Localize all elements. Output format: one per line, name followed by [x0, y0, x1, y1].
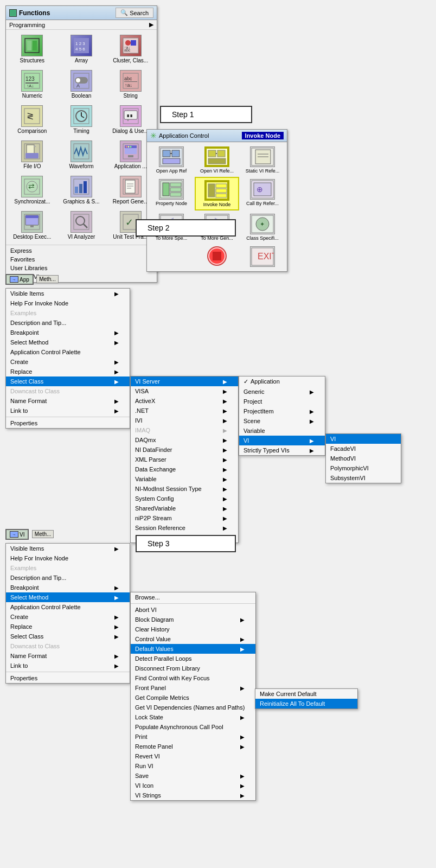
- cm3-select-method[interactable]: Select Method ▶: [6, 592, 130, 602]
- cm-properties[interactable]: Properties: [6, 418, 130, 428]
- sc-ni-datafinder[interactable]: NI DataFinder ▶: [131, 445, 238, 455]
- sc-ivi[interactable]: IVI ▶: [131, 416, 238, 425]
- cm3-breakpoint[interactable]: Breakpoint ▶: [6, 583, 130, 592]
- sm-get-compile[interactable]: Get Compile Metrics: [131, 693, 255, 703]
- vs-project[interactable]: Project: [239, 397, 325, 406]
- sm-control-value[interactable]: Control Value ▶: [131, 634, 255, 644]
- cm3-app-control-palette[interactable]: Application Control Palette: [6, 602, 130, 612]
- func-item-structures[interactable]: Structures: [8, 32, 56, 66]
- sm-vi-icon[interactable]: VI Icon ▶: [131, 781, 255, 790]
- func-item-sync[interactable]: ⇄ Synchronizat...: [8, 173, 56, 207]
- cm3-replace[interactable]: Replace ▶: [6, 622, 130, 631]
- cm-visible-items[interactable]: Visible Items ▶: [6, 289, 130, 298]
- sm-populate-async[interactable]: Populate Asynchronous Call Pool: [131, 722, 255, 732]
- sc-shared-variable[interactable]: SharedVariable ▶: [131, 503, 238, 513]
- cm-breakpoint[interactable]: Breakpoint ▶: [6, 328, 130, 337]
- func-item-waveform[interactable]: Waveform: [57, 138, 106, 172]
- func-item-graphics[interactable]: Graphics & S...: [57, 173, 106, 207]
- cm3-properties[interactable]: Properties: [6, 673, 130, 683]
- sm-vi-strings[interactable]: VI Strings ▶: [131, 790, 255, 800]
- vs-strictly-typed[interactable]: Strictly Typed VIs ▶: [239, 445, 325, 455]
- sc-daqmx[interactable]: DAQmx ▶: [131, 435, 238, 445]
- func-item-comparison[interactable]: ≷ Comparison: [8, 103, 56, 137]
- cm3-link-to[interactable]: Link to ▶: [6, 661, 130, 671]
- vs-variable[interactable]: Variable: [239, 426, 325, 436]
- cm-app-control-palette[interactable]: Application Control Palette: [6, 347, 130, 357]
- func-item-array[interactable]: 1 2 34 5 6 Array: [57, 32, 106, 66]
- ac-call-by-ref[interactable]: ⊕ Call By Refer...: [240, 177, 285, 210]
- sm-abort-vi[interactable]: Abort VI: [131, 605, 255, 615]
- vi-polymorphic[interactable]: PolymorphicVI: [326, 463, 401, 473]
- cm-name-format[interactable]: Name Format ▶: [6, 396, 130, 406]
- cm-description[interactable]: Description and Tip...: [6, 318, 130, 328]
- sc-ni-modinst[interactable]: NI-ModInst Session Type ▶: [131, 484, 238, 494]
- ac-open-vi-ref[interactable]: Open VI Refe...: [195, 144, 239, 176]
- dv-reinitialize[interactable]: Reinitialize All To Default: [255, 699, 357, 709]
- sc-visa[interactable]: VISA ▶: [131, 386, 238, 396]
- cm3-description[interactable]: Description and Tip...: [6, 573, 130, 583]
- sc-session-ref[interactable]: Session Reference ▶: [131, 523, 238, 533]
- sm-get-vi-dep[interactable]: Get VI Dependencies (Names and Paths): [131, 703, 255, 712]
- cm3-select-class[interactable]: Select Class ▶: [6, 631, 130, 641]
- func-item-timing[interactable]: Timing: [57, 103, 106, 137]
- sm-remote-panel[interactable]: Remote Panel ▶: [131, 742, 255, 751]
- cm3-create[interactable]: Create ▶: [6, 612, 130, 622]
- vi-facade[interactable]: FacadeVI: [326, 444, 401, 454]
- ac-property-node[interactable]: Property Node: [149, 177, 194, 210]
- func-item-vianalyzer[interactable]: VI Analyzer: [57, 208, 106, 242]
- cm-select-class[interactable]: Select Class ▶: [6, 376, 130, 386]
- ac-open-app-ref[interactable]: Open App Ref: [149, 144, 194, 176]
- func-item-string[interactable]: abc↑a↓ String: [106, 67, 155, 101]
- sc-vi-server[interactable]: VI Server ▶: [131, 376, 238, 386]
- sc-xml-parser[interactable]: XML Parser ▶: [131, 455, 238, 464]
- sc-imaq[interactable]: IMAQ ▶: [131, 425, 238, 435]
- vs-generic[interactable]: Generic ▶: [239, 387, 325, 397]
- sm-detect-parallel[interactable]: Detect Parallel Loops: [131, 654, 255, 663]
- sm-run-vi[interactable]: Run VI: [131, 761, 255, 771]
- ac-exit[interactable]: EXIT: [240, 244, 285, 269]
- sc-dotnet[interactable]: .NET ▶: [131, 406, 238, 416]
- ac-static-vi-ref[interactable]: Static VI Refe...: [240, 144, 285, 176]
- sc-activex[interactable]: ActiveX ▶: [131, 396, 238, 406]
- vi-method[interactable]: MethodVI: [326, 454, 401, 463]
- func-item-boolean[interactable]: A Boolean: [57, 67, 106, 101]
- ac-class-spec[interactable]: ✦ Class Specifi...: [240, 212, 285, 243]
- cm3-help-invoke[interactable]: Help For Invoke Node: [6, 553, 130, 563]
- ac-invoke-node[interactable]: Invoke Node: [195, 177, 239, 210]
- sm-revert-vi[interactable]: Revert VI: [131, 751, 255, 761]
- vi-vi[interactable]: VI: [326, 434, 401, 444]
- func-item-numeric[interactable]: 123↑A↓ Numeric: [8, 67, 56, 101]
- sm-front-panel[interactable]: Front Panel ▶: [131, 683, 255, 693]
- favorites-item[interactable]: Favorites: [6, 255, 157, 264]
- vi-subsystem[interactable]: SubsystemVI: [326, 473, 401, 483]
- vs-application[interactable]: ✓Application: [239, 376, 325, 387]
- sm-disconnect-lib[interactable]: Disconnect From Library: [131, 663, 255, 673]
- sm-save[interactable]: Save ▶: [131, 771, 255, 781]
- func-item-cluster[interactable]: abc↑a↓ Cluster, Clas...: [106, 32, 155, 66]
- func-item-desktop[interactable]: Desktop Exec...: [8, 208, 56, 242]
- dv-make-current[interactable]: Make Current Default: [255, 689, 357, 699]
- sm-block-diagram[interactable]: Block Diagram ▶: [131, 615, 255, 624]
- cm3-visible-items[interactable]: Visible Items ▶: [6, 544, 130, 553]
- cm-help-invoke[interactable]: Help For Invoke Node: [6, 298, 130, 308]
- sc-data-exchange[interactable]: Data Exchange ▶: [131, 464, 238, 474]
- sm-default-values[interactable]: Default Values ▶: [131, 644, 255, 654]
- cm-link-to[interactable]: Link to ▶: [6, 406, 130, 416]
- search-button[interactable]: 🔍 Search: [116, 8, 153, 18]
- vs-vi[interactable]: VI ▶: [239, 436, 325, 445]
- vs-project-item[interactable]: ProjectItem ▶: [239, 406, 325, 416]
- sc-system-config[interactable]: System Config ▶: [131, 494, 238, 503]
- express-item[interactable]: Express: [6, 246, 157, 255]
- sc-variable[interactable]: Variable ▶: [131, 474, 238, 484]
- sm-browse[interactable]: Browse...: [131, 592, 255, 602]
- cm-replace[interactable]: Replace ▶: [6, 367, 130, 376]
- cm3-name-format[interactable]: Name Format ▶: [6, 651, 130, 661]
- sm-clear-history[interactable]: Clear History: [131, 624, 255, 634]
- sm-print[interactable]: Print ▶: [131, 732, 255, 742]
- sm-find-control[interactable]: Find Control with Key Focus: [131, 673, 255, 683]
- func-item-fileio[interactable]: File I/O: [8, 138, 56, 172]
- sc-nip2p[interactable]: niP2P Stream ▶: [131, 513, 238, 523]
- sm-lock-state[interactable]: Lock State ▶: [131, 712, 255, 722]
- cm-select-method-s2[interactable]: Select Method ▶: [6, 337, 130, 347]
- user-libraries-item[interactable]: User Libraries: [6, 264, 157, 272]
